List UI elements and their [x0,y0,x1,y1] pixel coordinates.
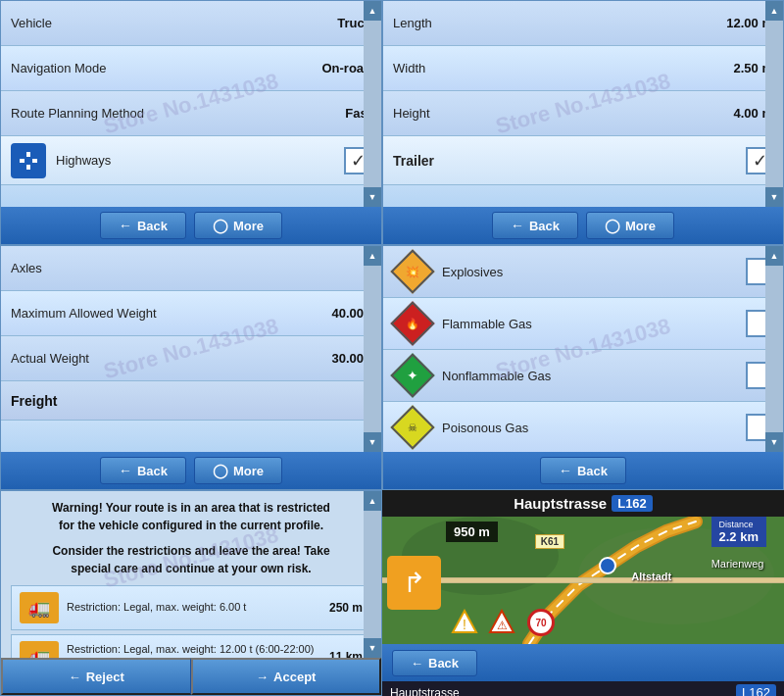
max-weight-label: Maximum Allowed Weight [11,306,332,321]
nav-footer: Hauptstrasse L162 [382,681,784,696]
scrollbar-tl: ▲ ▼ [364,1,381,207]
flammable-row: 🔥 Flammable Gas [383,298,783,350]
nonflammable-row: ✦ Nonflammable Gas [383,350,783,402]
nav-k61-label: K61 [535,534,564,549]
vehicle-label: Vehicle [11,16,337,30]
reject-arrow-icon: ← [69,670,81,684]
width-label: Width [393,61,734,75]
back-button-mr[interactable]: ← Back [540,457,626,484]
scroll-down-mr[interactable]: ▼ [765,432,783,452]
back-arrow-icon-tl: ← [119,218,132,233]
more-icon-tr: ◯ [605,218,620,233]
bottom-bar-tr: ← Back ◯ More [383,207,783,244]
scrollbar-tr: ▲ ▼ [765,1,783,207]
turn-arrow-icon: ↱ [403,567,425,599]
nonflammable-label: Nonflammable Gas [442,369,746,383]
trailer-label: Trailer [393,153,746,169]
flammable-label: Flammable Gas [442,317,746,331]
restriction-dist-1: 250 m [329,601,363,615]
nav-back-bar: ← Back [382,644,784,681]
nav-altstadt-label: Altstadt [631,571,671,582]
back-arrow-icon-mr: ← [559,463,572,478]
scroll-up-tr[interactable]: ▲ [765,1,783,21]
more-icon-tl: ◯ [213,218,228,233]
more-button-tl[interactable]: ◯ More [194,212,282,239]
truck-icon-1: 🚛 [20,592,59,623]
warning-sign: ! [451,609,478,636]
scroll-up-ml[interactable]: ▲ [364,246,381,266]
more-button-tr[interactable]: ◯ More [586,212,674,239]
panel-navigation: Hauptstrasse L162 [382,490,784,696]
panel-hazmat: 💥 Explosives 🔥 Flammable Gas ✦ [382,245,784,490]
bottom-bar-mr: ← Back [383,452,783,489]
footer-street: Hauptstrasse [390,686,460,697]
freight-label: Freight [11,393,57,409]
axles-row: Axles 4 [1,246,381,291]
warning-line3: Consider the restrictions and leave the … [11,542,371,560]
back-arrow-icon-ml: ← [119,463,132,478]
speed-limit-sign: 70 [527,609,555,636]
restriction-text-2: Restriction: Legal, max. weight: 12.00 t… [67,642,321,658]
nav-marienweg-label: Marienweg [711,558,764,570]
svg-text:⚠: ⚠ [497,619,508,632]
back-button-nav[interactable]: ← Back [392,650,477,676]
back-button-ml[interactable]: ← Back [100,457,186,484]
restriction-row-1: 🚛 Restriction: Legal, max. weight: 6.00 … [11,585,371,630]
nav-distance: 950 m [446,522,498,542]
length-label: Length [393,16,726,30]
scroll-down-bl[interactable]: ▼ [364,638,381,658]
scroll-up-tl[interactable]: ▲ [364,1,381,21]
panel-vehicle-settings: Vehicle Truck Navigation Mode On-road Ro… [0,0,382,245]
actual-weight-label: Actual Weight [11,351,332,366]
scrollbar-ml: ▲ ▼ [364,246,381,452]
nav-map: ↱ 950 m K61 Altstadt Marienweg ! [382,517,784,644]
accept-button[interactable]: → Accept [191,658,382,695]
highway-icon [11,143,46,178]
svg-point-8 [600,558,615,573]
roadworks-sign: ⚠ [488,609,515,636]
warning-line2: for the vehicle configured in the curren… [11,517,371,534]
more-button-ml[interactable]: ◯ More [194,457,282,484]
scrollbar-mr: ▲ ▼ [765,246,783,452]
freight-row: Freight [1,381,381,421]
panel-dimensions: Length 12.00 m Width 2.50 m Height 4.00 … [382,0,784,245]
height-label: Height [393,106,734,121]
highways-row: Highways ✓ [1,136,381,185]
nav-road-badge: L162 [612,495,653,512]
footer-badge: L162 [736,684,776,696]
back-button-tl[interactable]: ← Back [100,212,186,239]
bottom-bar-tl: ← Back ◯ More [1,207,381,244]
nav-header: Hauptstrasse L162 [382,490,784,517]
poisonous-row: ☠ Poisonous Gas [383,402,783,454]
reject-button[interactable]: ← Reject [1,658,191,695]
axles-label: Axles [11,261,365,275]
nav-street-name: Hauptstrasse [514,495,607,512]
explosives-row: 💥 Explosives [383,246,783,298]
accept-arrow-icon: → [256,670,269,684]
scroll-down-tl[interactable]: ▼ [364,187,381,207]
vehicle-row: Vehicle Truck [1,1,381,46]
scroll-down-ml[interactable]: ▼ [364,432,381,452]
highways-label: Highways [56,153,344,168]
scroll-down-tr[interactable]: ▼ [765,187,783,207]
restriction-row-2: 🚛 Restriction: Legal, max. weight: 12.00… [11,634,371,658]
routeplan-row: Route Planning Method Fast [1,91,381,136]
warning-line1: Warning! Your route is in an area that i… [11,499,371,517]
svg-text:!: ! [463,617,466,632]
bottom-bar-ml: ← Back ◯ More [1,452,381,489]
nav-distance-box: Distance 2.2 km [711,517,766,547]
height-row: Height 4.00 m [383,91,783,136]
navmode-label: Navigation Mode [11,61,321,75]
panel-warning: Warning! Your route is in an area that i… [0,490,382,696]
more-icon-ml: ◯ [213,463,228,478]
back-button-tr[interactable]: ← Back [492,212,578,239]
trailer-row: Trailer ✓ [383,136,783,185]
restriction-text-1: Restriction: Legal, max. weight: 6.00 t [67,600,321,615]
scroll-up-mr[interactable]: ▲ [765,246,783,266]
distance-label2: Distance [719,520,759,529]
scroll-up-bl[interactable]: ▲ [364,491,381,511]
panel-weight: Axles 4 Maximum Allowed Weight 40.00 t A… [0,245,382,490]
restriction-dist-2: 11 km [329,650,363,658]
scrollbar-bl: ▲ ▼ [364,491,381,658]
poisonous-label: Poisonous Gas [442,421,746,435]
